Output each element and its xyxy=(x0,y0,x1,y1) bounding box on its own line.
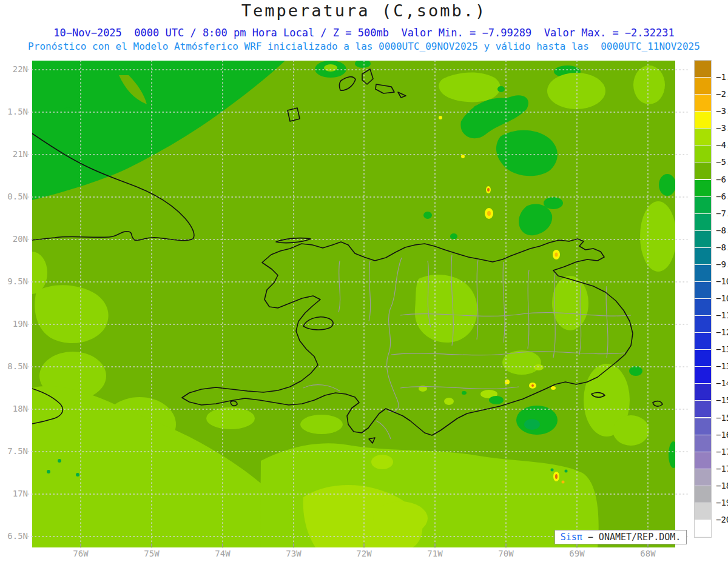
lat-tick-label: 18N xyxy=(0,404,28,413)
map-canvas xyxy=(0,0,728,562)
colorbar-tick-label: −20 xyxy=(716,515,728,524)
attribution-box: Sisπ − ONAMET/REP.DOM. xyxy=(554,530,687,544)
colorbar xyxy=(695,61,711,537)
colorbar-tick-label: −15.8 xyxy=(716,413,728,423)
colorbar-tick-label: −4.6 xyxy=(716,140,728,150)
colorbar-tick-label: −5.3 xyxy=(716,157,728,167)
colorbar-segment xyxy=(695,384,711,401)
colorbar-segment xyxy=(695,486,711,503)
colorbar-tick-label: −3.2 xyxy=(716,106,728,116)
colorbar-segment xyxy=(695,197,711,214)
colorbar-tick-label: −6.7 xyxy=(716,192,728,201)
lon-tick-label: 73W xyxy=(275,549,312,558)
colorbar-segment xyxy=(695,129,711,146)
lon-tick-label: 71W xyxy=(417,549,453,558)
lon-tick-label: 70W xyxy=(488,549,524,558)
colorbar-tick-label: −17.9 xyxy=(716,464,728,473)
colorbar-segment xyxy=(695,520,711,537)
colorbar-segment xyxy=(695,333,711,350)
colorbar-segment xyxy=(695,248,711,265)
colorbar-tick-label: −13.7 xyxy=(716,361,728,371)
colorbar-tick-label: −11.6 xyxy=(716,310,728,320)
lat-tick-label: 8.5N xyxy=(0,361,28,371)
lon-tick-label: 75W xyxy=(133,549,170,558)
colorbar-tick-label: −2.5 xyxy=(716,89,728,99)
colorbar-tick-label: −13 xyxy=(716,344,728,354)
weather-map-page: Temperatura (C,somb.) 10−Nov−2025 0000 U… xyxy=(0,0,728,562)
colorbar-segment xyxy=(695,435,711,452)
colorbar-tick-label: −16.5 xyxy=(716,430,728,440)
colorbar-segment xyxy=(695,112,711,129)
colorbar-segment xyxy=(695,231,711,248)
colorbar-segment xyxy=(695,401,711,418)
lat-tick-label: 19N xyxy=(0,319,28,329)
lat-tick-label: 9.5N xyxy=(0,276,28,286)
contour-fills xyxy=(17,59,678,547)
attribution-brand: Sisπ xyxy=(561,532,582,543)
colorbar-tick-label: −7.4 xyxy=(716,209,728,218)
lat-tick-label: 1.5N xyxy=(0,107,28,116)
attribution-text: − ONAMET/REP.DOM. xyxy=(582,532,681,543)
colorbar-segment xyxy=(695,418,711,435)
colorbar-segment xyxy=(695,299,711,316)
lat-tick-label: 0.5N xyxy=(0,192,28,201)
lon-tick-label: 72W xyxy=(346,549,382,558)
colorbar-segment xyxy=(695,282,711,299)
colorbar-tick-label: −18.6 xyxy=(716,481,728,490)
colorbar-segment xyxy=(695,95,711,112)
colorbar-tick-label: −8.8 xyxy=(716,243,728,252)
colorbar-tick-label: −15.1 xyxy=(716,395,728,405)
colorbar-segment xyxy=(695,265,711,282)
lat-tick-label: 21N xyxy=(0,149,28,159)
colorbar-segment xyxy=(695,367,711,384)
lat-tick-label: 22N xyxy=(0,64,28,74)
colorbar-segment xyxy=(695,350,711,367)
colorbar-tick-label: −14.4 xyxy=(716,378,728,388)
colorbar-tick-label: −1.8 xyxy=(716,72,728,82)
colorbar-segment xyxy=(695,469,711,486)
colorbar-tick-label: −6 xyxy=(716,175,726,184)
colorbar-segment xyxy=(695,503,711,520)
colorbar-segment xyxy=(695,316,711,333)
colorbar-tick-label: −17.2 xyxy=(716,447,728,457)
colorbar-segment xyxy=(695,61,711,78)
colorbar-tick-label: −9.5 xyxy=(716,259,728,269)
lat-tick-label: 20N xyxy=(0,234,28,244)
colorbar-tick-label: −12.3 xyxy=(716,327,728,337)
lon-tick-label: 76W xyxy=(62,549,99,558)
lat-tick-label: 17N xyxy=(0,489,28,498)
colorbar-segment xyxy=(695,162,711,179)
colorbar-segment xyxy=(695,452,711,469)
colorbar-segment xyxy=(695,214,711,231)
colorbar-tick-label: −8.1 xyxy=(716,226,728,235)
lat-tick-label: 6.5N xyxy=(0,531,28,541)
colorbar-tick-label: −19.3 xyxy=(716,498,728,507)
lon-tick-label: 74W xyxy=(204,549,241,558)
colorbar-segment xyxy=(695,78,711,95)
lat-tick-label: 7.5N xyxy=(0,446,28,456)
lon-tick-label: 68W xyxy=(630,549,666,558)
colorbar-tick-label: −10.9 xyxy=(716,293,728,303)
lon-tick-label: 69W xyxy=(559,549,595,558)
colorbar-tick-label: −10.2 xyxy=(716,276,728,286)
colorbar-segment xyxy=(695,146,711,162)
colorbar-tick-label: −3.9 xyxy=(716,123,728,133)
colorbar-segment xyxy=(695,180,711,197)
